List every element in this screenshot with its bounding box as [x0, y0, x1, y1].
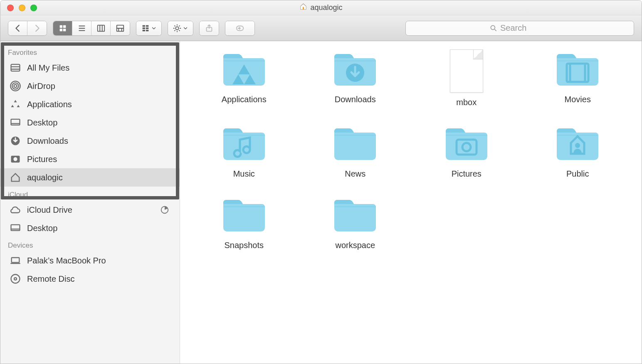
cloud-icon [10, 204, 21, 216]
file-item-news[interactable]: News [308, 124, 403, 179]
svg-rect-61 [334, 135, 376, 136]
main-content[interactable]: ApplicationsDownloadsmboxMoviesMusicNews… [180, 41, 642, 364]
sidebar-item-label: Remote Disc [27, 274, 74, 284]
folder-icon [443, 124, 490, 164]
folder-icon [554, 124, 601, 164]
favorites-item-aqualogic[interactable]: aqualogic [0, 168, 180, 187]
forward-button[interactable] [27, 21, 47, 35]
home-icon [299, 3, 307, 12]
file-item-label: Public [566, 169, 589, 179]
file-item-label: workspace [335, 241, 375, 250]
favorites-item-airdrop[interactable]: AirDrop [0, 77, 180, 95]
file-item-downloads[interactable]: Downloads [308, 49, 403, 107]
file-item-public[interactable]: Public [531, 124, 625, 179]
file-item-applications[interactable]: Applications [197, 49, 291, 107]
folder-icon [332, 124, 378, 164]
back-button[interactable] [8, 21, 27, 35]
file-item-label: Snapshots [224, 241, 264, 250]
folder-icon [332, 49, 378, 90]
favorites-item-all-my-files[interactable]: All My Files [0, 59, 180, 77]
svg-rect-62 [446, 135, 487, 136]
downloads-icon [10, 135, 21, 147]
icloud-item-desktop[interactable]: Desktop [0, 219, 180, 237]
sidebar: Favorites All My FilesAirDropApplication… [0, 41, 180, 364]
file-item-label: mbox [456, 98, 477, 107]
view-buttons [53, 21, 130, 36]
file-item-label: Movies [565, 95, 591, 104]
icon-view-button[interactable] [53, 21, 72, 35]
file-item-label: Pictures [452, 169, 482, 179]
sidebar-item-label: Pictures [27, 155, 57, 164]
favorites-item-desktop[interactable]: Desktop [0, 113, 180, 132]
sidebar-item-label: All My Files [27, 63, 69, 73]
sidebar-item-label: iCloud Drive [27, 205, 72, 215]
sidebar-item-label: Applications [27, 100, 72, 109]
folder-icon [221, 195, 267, 236]
svg-point-67 [575, 143, 580, 148]
file-item-label: Applications [222, 95, 267, 104]
folder-icon [554, 49, 601, 90]
document-icon [450, 49, 483, 93]
svg-rect-54 [334, 60, 376, 61]
sidebar-item-label: aqualogic [27, 173, 63, 182]
group-by-button[interactable] [136, 21, 161, 35]
applications-icon [10, 98, 21, 110]
disc-icon [10, 273, 21, 285]
icon-grid: ApplicationsDownloadsmboxMoviesMusicNews… [180, 41, 642, 258]
minimize-window-button[interactable] [19, 5, 25, 11]
devices-header: Devices [0, 237, 180, 251]
devices-item-palak-s-macbook-pro[interactable]: Palak’s MacBook Pro [0, 251, 180, 270]
progress-pie-icon [159, 204, 170, 216]
file-item-movies[interactable]: Movies [531, 49, 625, 107]
file-item-label: News [345, 169, 365, 179]
svg-rect-60 [223, 135, 265, 136]
search-box[interactable] [405, 21, 634, 36]
favorites-item-pictures[interactable]: Pictures [0, 150, 180, 168]
column-view-button[interactable] [91, 21, 111, 35]
search-input[interactable] [500, 23, 550, 33]
airdrop-icon [10, 80, 21, 92]
file-item-pictures[interactable]: Pictures [419, 124, 514, 179]
nav-buttons [8, 21, 47, 36]
favorites-item-applications[interactable]: Applications [0, 95, 180, 113]
tags-button[interactable] [225, 21, 254, 35]
share-group [199, 21, 219, 36]
favorites-header: Favorites [0, 44, 180, 59]
file-item-workspace[interactable]: workspace [308, 195, 403, 250]
search-icon [489, 24, 498, 32]
close-window-button[interactable] [7, 5, 14, 11]
group-by-group [136, 21, 162, 36]
file-item-music[interactable]: Music [197, 124, 291, 179]
window-body: Favorites All My FilesAirDropApplication… [0, 41, 642, 364]
sidebar-item-label: Downloads [27, 136, 68, 146]
traffic-lights [0, 5, 37, 11]
svg-rect-53 [223, 60, 265, 61]
folder-icon [221, 124, 267, 164]
file-item-label: Downloads [335, 95, 376, 104]
list-view-button[interactable] [72, 21, 91, 35]
zoom-window-button[interactable] [30, 5, 37, 11]
devices-item-remote-disc[interactable]: Remote Disc [0, 270, 180, 288]
share-button[interactable] [200, 21, 219, 35]
action-group [168, 21, 193, 36]
home-icon [10, 172, 21, 183]
folder-icon [221, 49, 267, 90]
desktop-icon [10, 222, 21, 234]
sidebar-item-label: Palak’s MacBook Pro [27, 256, 106, 266]
sidebar-item-label: Desktop [27, 224, 57, 233]
file-item-snapshots[interactable]: Snapshots [197, 195, 291, 250]
favorites-item-downloads[interactable]: Downloads [0, 132, 180, 150]
svg-rect-56 [557, 60, 598, 61]
action-button[interactable] [168, 21, 193, 35]
window-title-text: aqualogic [310, 3, 342, 12]
svg-rect-68 [223, 206, 265, 207]
coverflow-view-button[interactable] [111, 21, 130, 35]
sidebar-item-label: AirDrop [27, 81, 55, 91]
all-my-files-icon [10, 62, 21, 74]
file-item-mbox[interactable]: mbox [419, 49, 514, 107]
svg-rect-69 [334, 206, 376, 207]
sidebar-item-label: Desktop [27, 118, 57, 128]
icloud-item-icloud-drive[interactable]: iCloud Drive [0, 201, 180, 219]
file-item-label: Music [233, 169, 255, 179]
desktop-icon [10, 117, 21, 128]
